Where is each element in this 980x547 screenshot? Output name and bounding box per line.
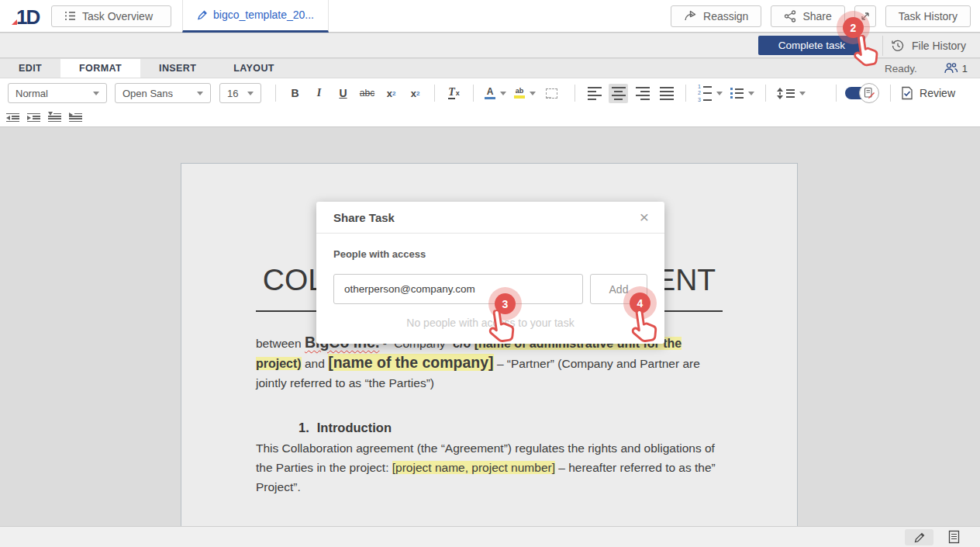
align-center-button[interactable] [609, 84, 628, 103]
share-nodes-icon [784, 10, 796, 23]
clear-formatting-t: T [448, 87, 455, 99]
text-segment: and [302, 357, 328, 370]
text-segment: [name of the company] [328, 354, 493, 371]
superscript-exp: 2 [392, 90, 395, 97]
bullet-list-icon [730, 88, 744, 99]
font-family-value: Open Sans [122, 88, 173, 99]
user-count-value: 1 [962, 63, 968, 74]
increase-indent-button[interactable] [27, 113, 42, 123]
tab-format[interactable]: FORMAT [60, 59, 140, 78]
first-line-indent-button[interactable] [69, 113, 84, 123]
share-button[interactable]: Share [771, 5, 844, 27]
collapse-arrows-icon [860, 11, 871, 22]
font-family-select[interactable]: Open Sans [115, 83, 211, 103]
align-left-icon [588, 87, 602, 100]
tab-layout[interactable]: LAYOUT [215, 59, 293, 78]
review-check-icon [901, 86, 913, 100]
reassign-button[interactable]: Reassign [671, 5, 761, 27]
numbered-list-icon: 1 2 3 [697, 85, 712, 102]
add-button[interactable]: Add [590, 274, 647, 304]
app-logo: 1D [9, 4, 40, 29]
justify-icon [660, 87, 674, 100]
subscript-base: x [411, 88, 416, 99]
divider [882, 36, 883, 56]
file-history-label: File History [912, 40, 966, 52]
strikethrough-button[interactable]: abc [357, 84, 377, 103]
document-tab-label: bigco_template_20... [213, 9, 314, 21]
font-color-button[interactable]: A [483, 84, 508, 103]
align-center-icon [612, 87, 626, 100]
paragraph-style-value: Normal [16, 88, 48, 99]
review-button[interactable]: Review [901, 86, 955, 100]
numbered-list-button[interactable]: 1 2 3 [695, 84, 724, 103]
task-history-label: Task History [899, 10, 958, 23]
document-view-button[interactable] [948, 530, 960, 544]
decrease-indent-button[interactable] [6, 113, 21, 123]
chevron-down-icon [500, 92, 506, 95]
collapse-button[interactable] [854, 5, 876, 27]
tab-insert[interactable]: INSERT [140, 59, 215, 78]
bold-button[interactable]: B [285, 84, 305, 103]
chevron-down-icon [799, 92, 806, 95]
superscript-base: x [387, 88, 392, 99]
highlight-color-button[interactable]: ab [512, 84, 537, 103]
text-segment: [project name, project number] [392, 461, 555, 474]
edit-mode-button[interactable] [905, 529, 933, 545]
heading-text: Introduction [317, 421, 392, 434]
share-email-input[interactable] [333, 274, 583, 304]
task-overview-label: Task Overview [82, 10, 153, 23]
subscript-button[interactable]: x2 [405, 84, 425, 103]
line-spacing-icon [777, 88, 795, 99]
task-overview-button[interactable]: Task Overview [51, 5, 171, 27]
chevron-down-icon [748, 92, 754, 95]
underline-button[interactable]: U [333, 84, 353, 103]
people-with-access-label: People with access [333, 248, 647, 260]
user-count: 1 [944, 62, 968, 74]
italic-button[interactable]: I [309, 84, 329, 103]
share-task-modal: Share Task × People with access Add No p… [316, 202, 664, 344]
chevron-down-icon [93, 92, 99, 95]
subscript-idx: 2 [416, 90, 419, 97]
reassign-label: Reassign [703, 10, 748, 23]
paragraph-introduction: This Collaboration agreement (the “Agree… [256, 438, 723, 497]
paragraph-style-select[interactable]: Normal [8, 83, 107, 103]
clear-formatting-x: x [456, 89, 460, 97]
chevron-down-icon [247, 92, 254, 95]
section-heading: 1.Introduction [256, 421, 723, 435]
bullet-list-button[interactable] [729, 84, 756, 103]
font-size-select[interactable]: 16 [219, 83, 261, 103]
clear-formatting-button[interactable]: T x [444, 84, 464, 103]
complete-task-button[interactable]: Complete task [758, 36, 865, 55]
track-changes-toggle[interactable] [845, 87, 873, 99]
tab-edit[interactable]: EDIT [0, 59, 60, 78]
line-spacing-button[interactable] [775, 84, 807, 103]
hanging-indent-button[interactable] [48, 113, 63, 123]
empty-access-message: No people with access to your task [316, 317, 664, 329]
top-bar: 1D Task Overview bigco_template_20... [0, 0, 980, 33]
justify-button[interactable] [657, 84, 676, 103]
chevron-down-icon [530, 92, 536, 95]
superscript-button[interactable]: x2 [381, 84, 401, 103]
align-right-button[interactable] [633, 84, 652, 103]
font-size-value: 16 [227, 88, 238, 99]
align-left-button[interactable] [585, 84, 604, 103]
align-right-icon [636, 87, 650, 100]
review-label: Review [920, 87, 955, 99]
pencil-icon [197, 9, 208, 20]
borders-button[interactable] [542, 84, 561, 103]
status-bar [0, 526, 980, 547]
document-icon [948, 530, 960, 544]
task-history-button[interactable]: Task History [885, 5, 971, 27]
highlight-icon: ab [514, 88, 525, 99]
text-segment: between [256, 337, 305, 350]
reassign-arrow-icon [684, 10, 697, 22]
ribbon-tab-strip: EDIT FORMAT INSERT LAYOUT Ready. 1 [0, 59, 980, 78]
document-tab[interactable]: bigco_template_20... [182, 0, 329, 33]
heading-number: 1. [298, 421, 309, 434]
action-bar: Complete task File History [0, 33, 980, 58]
formatting-toolbar: Normal Open Sans 16 B I U abc x2 x2 T x [0, 78, 980, 127]
status-text: Ready. [885, 63, 917, 74]
history-clock-icon [891, 39, 905, 53]
file-history-button[interactable]: File History [891, 39, 966, 53]
close-icon[interactable]: × [640, 209, 649, 225]
